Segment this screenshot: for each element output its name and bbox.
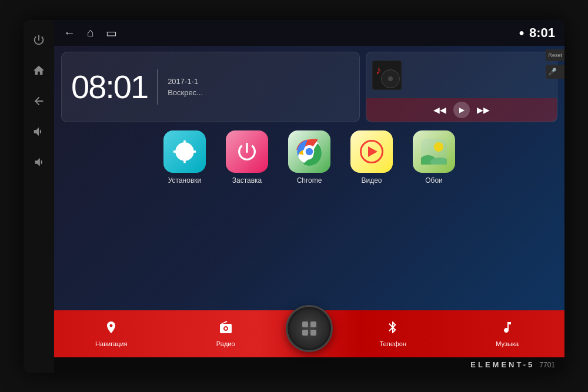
screensaver-icon	[226, 130, 268, 173]
app-video[interactable]: Видео	[345, 130, 398, 185]
back-sidebar-icon[interactable]	[31, 93, 47, 109]
top-bar: ← ⌂ ▭ ● 8:01	[54, 20, 564, 46]
nav-navigation[interactable]: Навигация	[54, 310, 169, 357]
brand-name: ELEMENT-5	[470, 360, 534, 369]
next-button[interactable]: ▶▶	[477, 105, 490, 115]
bluetooth-icon	[386, 320, 400, 338]
app-settings[interactable]: Установки	[158, 130, 211, 185]
date-display: 2017-1-1	[168, 77, 203, 86]
wallpaper-label: Обои	[425, 176, 443, 185]
home-center-button[interactable]	[286, 305, 333, 352]
home-dots	[302, 321, 316, 336]
music-art-area: ♪	[366, 52, 557, 98]
status-bar: ● 8:01	[519, 25, 555, 41]
status-time: 8:01	[529, 25, 555, 41]
radio-label: Радио	[216, 340, 235, 347]
right-side-buttons: Reset 🎤	[546, 49, 564, 79]
phone-label: Телефон	[379, 340, 406, 347]
nav-music[interactable]: Музыка	[450, 310, 565, 357]
svg-rect-6	[421, 139, 447, 165]
screensaver-label: Заставка	[232, 176, 262, 185]
clock-separator	[157, 69, 158, 105]
power-icon[interactable]	[31, 32, 47, 48]
app-chrome[interactable]: Chrome	[283, 130, 336, 185]
nav-phone[interactable]: Телефон	[336, 310, 450, 357]
video-label: Видео	[361, 176, 382, 185]
play-button[interactable]: ▶	[453, 102, 470, 118]
radio-icon	[219, 320, 233, 338]
app-screensaver[interactable]: Заставка	[220, 130, 273, 185]
music-label: Музыка	[496, 340, 519, 347]
clock-widget: 08:01 2017-1-1 Воскрес...	[61, 52, 360, 122]
nav-radio[interactable]: Радио	[169, 310, 283, 357]
music-controls: ◀◀ ▶ ▶▶	[366, 98, 557, 122]
apps-grid: Установки Заставка	[61, 128, 557, 187]
volume-up-icon[interactable]	[31, 123, 47, 140]
reset-button[interactable]: Reset	[546, 49, 564, 61]
volume-down-icon[interactable]	[31, 154, 47, 170]
music-nav-icon	[500, 320, 514, 338]
day-display: Воскрес...	[168, 88, 203, 97]
chrome-label: Chrome	[297, 176, 322, 185]
home-sidebar-icon[interactable]	[31, 62, 47, 79]
left-sidebar	[24, 20, 54, 373]
location-icon: ●	[519, 28, 524, 38]
settings-icon	[163, 130, 206, 173]
content-area: 08:01 2017-1-1 Воскрес... ♪	[54, 46, 564, 310]
music-widget[interactable]: ♪ ◀◀ ▶ ▶▶	[366, 52, 557, 122]
prev-button[interactable]: ◀◀	[433, 105, 446, 115]
navigation-icon	[104, 320, 118, 338]
svg-point-2	[306, 148, 313, 155]
clock-display: 08:01	[71, 71, 148, 103]
app-wallpaper[interactable]: Обои	[407, 130, 460, 185]
main-screen: ← ⌂ ▭ ● 8:01 08:01 2017-1-1 Воскрес...	[54, 20, 564, 373]
widget-row: 08:01 2017-1-1 Воскрес... ♪	[61, 52, 557, 122]
nav-home-center[interactable]	[283, 304, 336, 357]
navigation-label: Навигация	[95, 340, 127, 347]
bottom-nav: Навигация Радио	[54, 310, 564, 357]
back-button[interactable]: ←	[64, 26, 75, 39]
recent-button[interactable]: ▭	[106, 26, 117, 40]
device-frame: ← ⌂ ▭ ● 8:01 08:01 2017-1-1 Воскрес...	[24, 20, 564, 373]
chrome-icon	[288, 130, 330, 173]
settings-label: Установки	[168, 176, 201, 185]
home-button[interactable]: ⌂	[87, 26, 94, 39]
brand-bar: ELEMENT-5 7701	[54, 357, 564, 373]
mic-button[interactable]: 🎤	[546, 65, 564, 79]
brand-model: 7701	[539, 361, 564, 369]
album-art: ♪	[372, 61, 402, 90]
wallpaper-icon	[413, 130, 455, 173]
clock-info: 2017-1-1 Воскрес...	[168, 77, 203, 97]
video-icon	[350, 130, 393, 173]
